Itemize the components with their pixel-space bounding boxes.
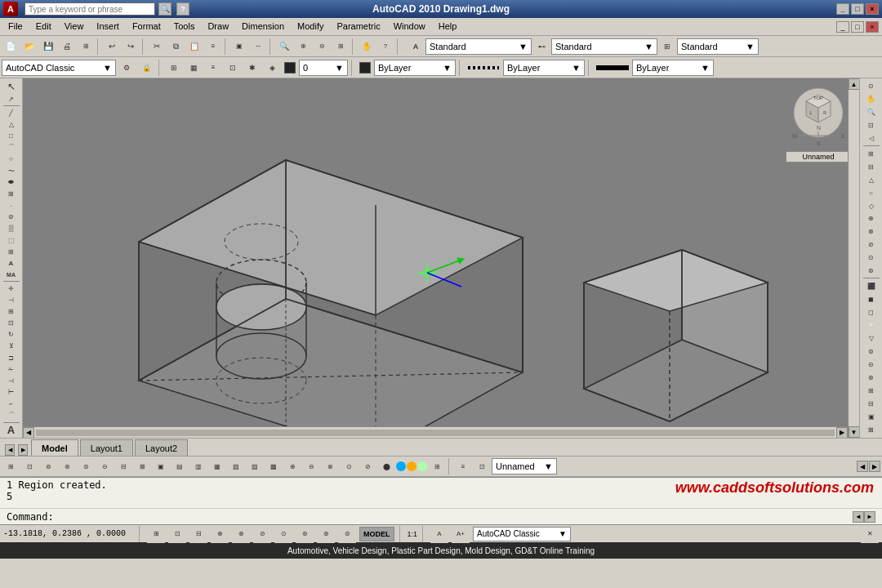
bt-24[interactable] xyxy=(417,461,427,471)
lt-chamfer[interactable]: ⌐ xyxy=(2,399,20,409)
otrack-toggle[interactable]: ⊘ xyxy=(253,525,271,543)
menu-parametric[interactable]: Parametric xyxy=(330,18,386,34)
grid-toggle[interactable]: ⊞ xyxy=(147,525,165,543)
menu-file[interactable]: File xyxy=(2,18,29,34)
lt-poly[interactable]: △ xyxy=(2,119,20,130)
menu-edit[interactable]: Edit xyxy=(29,18,58,34)
lt-hatch[interactable]: ⊘ xyxy=(2,212,20,222)
lt-insert[interactable]: ⊞ xyxy=(2,189,20,199)
help-icon[interactable]: ? xyxy=(176,2,189,16)
lt-text[interactable]: A xyxy=(2,258,20,269)
open-btn[interactable]: 📂 xyxy=(20,38,38,56)
horizontal-scrollbar[interactable]: ◀ ▶ xyxy=(23,426,848,438)
menu-dimension[interactable]: Dimension xyxy=(235,18,291,34)
workspace-dropdown[interactable]: AutoCAD Classic▼ xyxy=(2,60,116,76)
bt-6[interactable]: ⊝ xyxy=(96,457,114,475)
lwt-toggle[interactable]: ⊛ xyxy=(317,525,335,543)
menu-modify[interactable]: Modify xyxy=(291,18,330,34)
rt-orbit[interactable]: ⊙ xyxy=(862,80,880,92)
viewcube[interactable]: TOP L R W E N S Unnamed xyxy=(786,87,851,152)
new-btn[interactable]: 📄 xyxy=(2,38,20,56)
bt-5[interactable]: ⊜ xyxy=(77,457,95,475)
bt-20[interactable]: ⊘ xyxy=(359,457,376,475)
distance-btn[interactable]: ↔ xyxy=(249,38,267,56)
bt-13[interactable]: ▧ xyxy=(227,457,245,475)
lt-break[interactable]: ⊢ xyxy=(2,387,20,398)
layer-btn2[interactable]: ▦ xyxy=(185,59,203,77)
zoomin-btn[interactable]: ⊕ xyxy=(294,38,312,56)
menu-format[interactable]: Format xyxy=(126,18,167,34)
copy-btn[interactable]: ⧉ xyxy=(167,38,185,56)
lt-rotate[interactable]: ↻ xyxy=(2,329,20,340)
rt-3d1[interactable]: ⊞ xyxy=(862,148,880,160)
bt-scroll-left[interactable]: ◀ xyxy=(857,461,868,472)
bt-16[interactable]: ⊕ xyxy=(283,457,301,475)
layer-btn4[interactable]: ⊡ xyxy=(224,59,242,77)
rt-extent[interactable]: ⊡ xyxy=(862,119,880,131)
lt-pick[interactable]: ↖ xyxy=(2,80,20,93)
canvas-area[interactable]: Z X Y TOP L R xyxy=(23,78,859,438)
lt-array[interactable]: ⊡ xyxy=(2,318,20,328)
bt-27[interactable]: ⊡ xyxy=(473,457,491,475)
bt-12[interactable]: ▦ xyxy=(208,457,226,475)
dimstyle-icon[interactable]: ⊷ xyxy=(532,38,550,56)
lt-mtext[interactable]: MA xyxy=(2,270,20,280)
minimize-btn[interactable]: _ xyxy=(836,3,849,15)
bt-14[interactable]: ▨ xyxy=(246,457,264,475)
workspace-settings[interactable]: ⚙ xyxy=(118,59,136,77)
lt-move[interactable]: ✛ xyxy=(2,283,20,294)
lt-mirror[interactable]: ⊣ xyxy=(2,295,20,305)
rt-render6[interactable]: ⊜ xyxy=(862,345,880,358)
dyn-toggle[interactable]: ⊚ xyxy=(296,525,314,543)
plot2-btn[interactable]: ⊞ xyxy=(77,38,95,56)
dimstyle-dropdown[interactable]: Standard▼ xyxy=(551,38,657,55)
rt-render3[interactable]: ◻ xyxy=(862,306,880,318)
lt-arc[interactable]: ⌒ xyxy=(2,142,20,153)
ortho-toggle[interactable]: ⊟ xyxy=(189,525,207,543)
lt-ellipse[interactable]: ⬬ xyxy=(2,177,20,188)
zoomout-btn[interactable]: ⊖ xyxy=(313,38,331,56)
bt-23[interactable] xyxy=(407,461,416,471)
rt-render9[interactable]: ⊞ xyxy=(862,385,880,397)
help-btn[interactable]: ? xyxy=(376,38,394,56)
bt-21[interactable]: ⬤ xyxy=(377,457,395,475)
annotscale-btn[interactable]: A xyxy=(430,525,448,543)
layer-btn3[interactable]: ≡ xyxy=(204,59,222,77)
bt-19[interactable]: ⊙ xyxy=(340,457,358,475)
tablestyle-icon[interactable]: ⊞ xyxy=(658,38,676,56)
lt-extend[interactable]: ⊣ xyxy=(2,376,20,386)
rt-3d3[interactable]: △ xyxy=(862,174,880,186)
rt-render2[interactable]: ◼ xyxy=(862,293,880,305)
tab-layout2[interactable]: Layout2 xyxy=(135,439,188,456)
snap-toggle[interactable]: ⊡ xyxy=(168,525,186,543)
tab-scroll-right[interactable]: ▶ xyxy=(18,444,28,456)
bt-3[interactable]: ⊚ xyxy=(39,457,57,475)
rt-3d2[interactable]: ⊟ xyxy=(862,161,880,173)
lt-fillet[interactable]: ⌒ xyxy=(2,410,20,421)
paste-btn[interactable]: 📋 xyxy=(185,38,203,56)
rt-pan[interactable]: ✋ xyxy=(862,93,880,105)
lineweight-dropdown[interactable]: ByLayer▼ xyxy=(632,60,714,76)
lt-pick2[interactable]: ↗ xyxy=(2,94,20,105)
command-input-line[interactable]: Command: ◀ ▶ xyxy=(0,508,882,524)
rt-3d8[interactable]: ⊘ xyxy=(862,238,880,251)
lt-circle[interactable]: ○ xyxy=(2,154,20,164)
group-btn[interactable]: ▣ xyxy=(230,38,248,56)
bt-11[interactable]: ▥ xyxy=(189,457,207,475)
bt-26[interactable]: ≡ xyxy=(454,457,472,475)
color-dropdown[interactable]: ByLayer▼ xyxy=(374,60,456,76)
lt-scale[interactable]: ⊻ xyxy=(2,341,20,351)
pan-btn[interactable]: ✋ xyxy=(358,38,376,56)
menu-view[interactable]: View xyxy=(58,18,91,34)
polar-toggle[interactable]: ⊕ xyxy=(211,525,229,543)
lt-trim[interactable]: ✁ xyxy=(2,364,20,375)
rt-render10[interactable]: ⊟ xyxy=(862,398,880,410)
zoom-btn[interactable]: 🔍 xyxy=(275,38,293,56)
rt-3d4[interactable]: ○ xyxy=(862,187,880,199)
layer-prop[interactable]: ⊞ xyxy=(165,59,183,77)
cmd-scroll-right[interactable]: ▶ xyxy=(864,511,875,523)
rt-3d10[interactable]: ⊚ xyxy=(862,265,880,277)
tab-model[interactable]: Model xyxy=(31,439,78,456)
doc-minimize-btn[interactable]: _ xyxy=(836,21,849,33)
bt-17[interactable]: ⊖ xyxy=(302,457,320,475)
